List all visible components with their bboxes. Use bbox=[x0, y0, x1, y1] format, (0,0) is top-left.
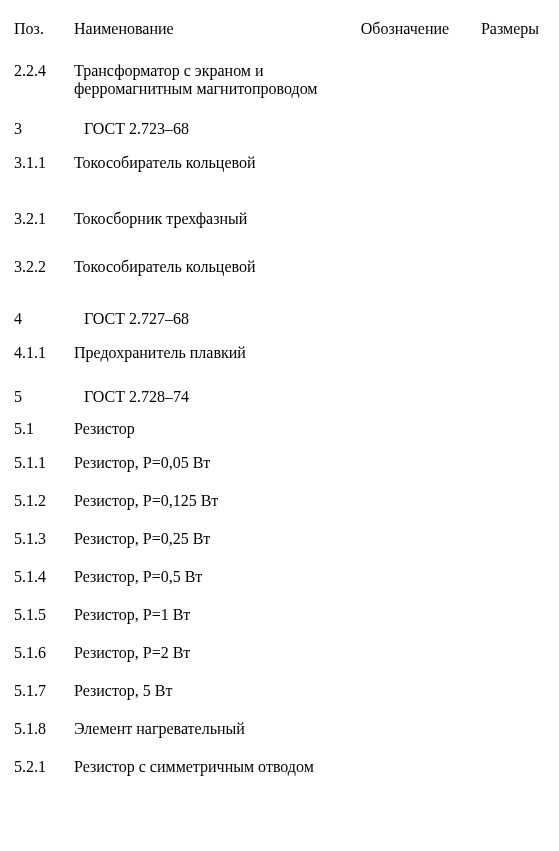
table-row: 5ГОСТ 2.728–74 bbox=[10, 388, 549, 412]
cell-name: Резистор, P=0,125 Вт bbox=[74, 492, 345, 510]
table-row: 4.1.1Предохранитель плавкий bbox=[10, 344, 549, 368]
cell-pos: 5.1.8 bbox=[10, 720, 74, 738]
table-row: 5.1.3Резистор, P=0,25 Вт bbox=[10, 530, 549, 554]
cell-pos: 5.1 bbox=[10, 420, 74, 438]
table-row: 5.1.8Элемент нагревательный bbox=[10, 720, 549, 744]
cell-pos: 5 bbox=[10, 388, 74, 406]
cell-name: Трансформатор с экраном и ферромагнитным… bbox=[74, 62, 345, 98]
cell-name: Резистор с симметричным отводом bbox=[74, 758, 345, 776]
cell-name: Токосборник трехфазный bbox=[74, 210, 345, 228]
cell-pos: 2.2.4 bbox=[10, 62, 74, 80]
header-pos: Поз. bbox=[10, 20, 74, 38]
cell-pos: 3.2.2 bbox=[10, 258, 74, 276]
spacer bbox=[10, 372, 549, 388]
cell-pos: 5.1.3 bbox=[10, 530, 74, 548]
cell-pos: 5.1.2 bbox=[10, 492, 74, 510]
cell-name: Резистор, 5 Вт bbox=[74, 682, 345, 700]
cell-name: ГОСТ 2.727–68 bbox=[74, 310, 355, 328]
table-row: 3ГОСТ 2.723–68 bbox=[10, 120, 549, 144]
spacer bbox=[10, 672, 549, 682]
cell-name: ГОСТ 2.723–68 bbox=[74, 120, 355, 138]
spacer bbox=[10, 558, 549, 568]
table-row: 3.2.1Токосборник трехфазный bbox=[10, 210, 549, 234]
cell-name: Резистор, P=0,5 Вт bbox=[74, 568, 345, 586]
table-row: 3.2.2Токособиратель кольцевой bbox=[10, 258, 549, 282]
cell-name: Токособиратель кольцевой bbox=[74, 154, 345, 172]
cell-name: Резистор, P=0,05 Вт bbox=[74, 454, 345, 472]
cell-pos: 5.1.7 bbox=[10, 682, 74, 700]
table-body: 2.2.4Трансформатор с экраном и ферромагн… bbox=[10, 62, 549, 782]
cell-pos: 4 bbox=[10, 310, 74, 328]
spacer bbox=[10, 238, 549, 258]
cell-name: Резистор bbox=[74, 420, 345, 438]
table-row: 5.1Резистор bbox=[10, 420, 549, 444]
cell-name: Резистор, P=2 Вт bbox=[74, 644, 345, 662]
table-row: 5.1.5Резистор, P=1 Вт bbox=[10, 606, 549, 630]
table-row: 5.1.2Резистор, P=0,125 Вт bbox=[10, 492, 549, 516]
cell-pos: 3.2.1 bbox=[10, 210, 74, 228]
cell-name: Предохранитель плавкий bbox=[74, 344, 345, 362]
table-row: 2.2.4Трансформатор с экраном и ферромагн… bbox=[10, 62, 549, 98]
header-size: Размеры bbox=[465, 20, 555, 38]
cell-pos: 5.1.4 bbox=[10, 568, 74, 586]
spacer bbox=[10, 482, 549, 492]
cell-name: Резистор, P=0,25 Вт bbox=[74, 530, 345, 548]
header-name: Наименование bbox=[74, 20, 345, 38]
cell-pos: 5.2.1 bbox=[10, 758, 74, 776]
table-row: 5.1.4Резистор, P=0,5 Вт bbox=[10, 568, 549, 592]
table-row: 4ГОСТ 2.727–68 bbox=[10, 310, 549, 334]
spacer bbox=[10, 596, 549, 606]
spacer bbox=[10, 102, 549, 120]
cell-pos: 5.1.1 bbox=[10, 454, 74, 472]
table-header: Поз. Наименование Обозначение Размеры bbox=[10, 20, 549, 44]
table-row: 5.2.1Резистор с симметричным отводом bbox=[10, 758, 549, 782]
cell-pos: 3.1.1 bbox=[10, 154, 74, 172]
table-row: 5.1.1Резистор, P=0,05 Вт bbox=[10, 454, 549, 478]
cell-name: Токособиратель кольцевой bbox=[74, 258, 345, 276]
cell-pos: 4.1.1 bbox=[10, 344, 74, 362]
cell-pos: 3 bbox=[10, 120, 74, 138]
spacer bbox=[10, 286, 549, 310]
spacer bbox=[10, 710, 549, 720]
cell-pos: 5.1.6 bbox=[10, 644, 74, 662]
cell-name: ГОСТ 2.728–74 bbox=[74, 388, 355, 406]
header-desig: Обозначение bbox=[345, 20, 465, 38]
table-row: 5.1.7Резистор, 5 Вт bbox=[10, 682, 549, 706]
spacer bbox=[10, 634, 549, 644]
cell-name: Элемент нагревательный bbox=[74, 720, 345, 738]
table-row: 3.1.1Токособиратель кольцевой bbox=[10, 154, 549, 178]
cell-name: Резистор, P=1 Вт bbox=[74, 606, 345, 624]
spacer bbox=[10, 520, 549, 530]
spacer bbox=[10, 182, 549, 210]
spacer bbox=[10, 748, 549, 758]
table-row: 5.1.6Резистор, P=2 Вт bbox=[10, 644, 549, 668]
cell-pos: 5.1.5 bbox=[10, 606, 74, 624]
